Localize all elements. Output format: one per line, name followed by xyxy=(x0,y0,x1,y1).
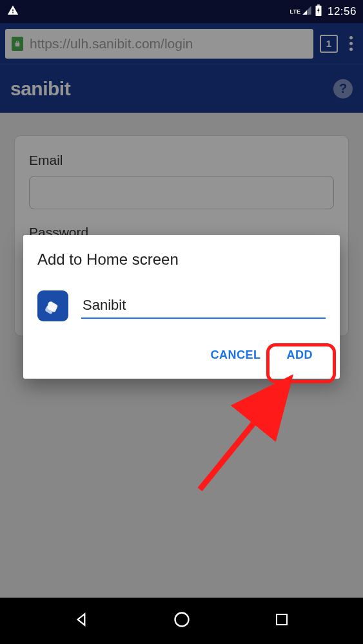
cancel-button[interactable]: CANCEL xyxy=(198,339,274,371)
clock-time: 12:56 xyxy=(328,5,357,18)
battery-charging-icon xyxy=(315,5,322,19)
android-status-bar: LTE 12:56 xyxy=(0,0,363,23)
recent-apps-icon[interactable] xyxy=(274,612,289,630)
add-to-homescreen-dialog: Add to Home screen CANCEL ADD xyxy=(23,235,340,379)
svg-rect-1 xyxy=(317,5,320,6)
shortcut-name-input[interactable] xyxy=(81,293,326,319)
signal-icon xyxy=(302,5,312,19)
dialog-title: Add to Home screen xyxy=(37,251,326,269)
home-icon[interactable] xyxy=(173,611,191,631)
svg-rect-4 xyxy=(277,614,287,625)
hands-icon xyxy=(37,290,68,321)
android-nav-bar xyxy=(0,598,363,644)
back-icon[interactable] xyxy=(74,611,90,630)
alert-icon xyxy=(6,5,19,19)
svg-point-3 xyxy=(175,613,189,627)
network-lte-label: LTE xyxy=(290,9,300,15)
add-button[interactable]: ADD xyxy=(274,339,326,371)
